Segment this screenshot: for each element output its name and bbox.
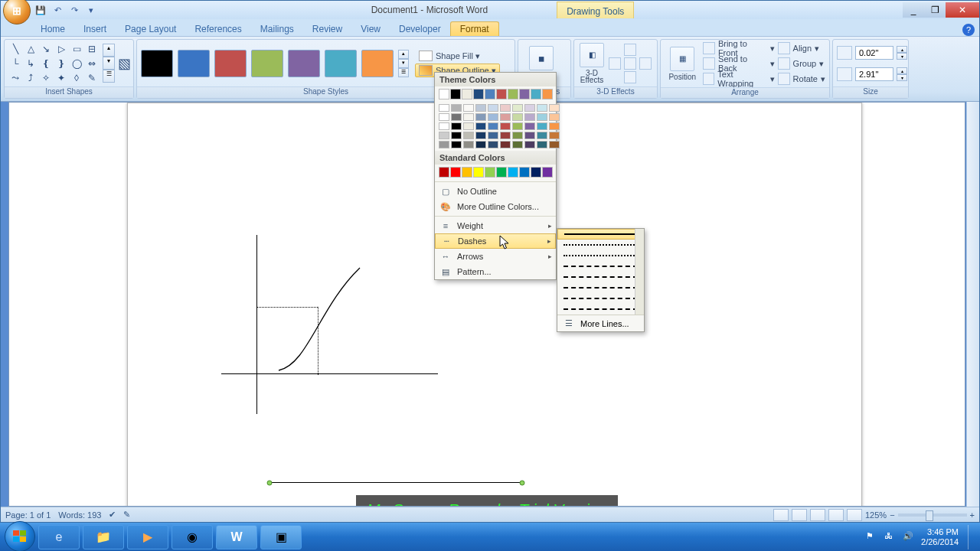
theme-shade-swatch[interactable] — [549, 141, 560, 148]
standard-color-swatch[interactable] — [450, 167, 461, 178]
theme-shade-swatch[interactable] — [451, 122, 462, 130]
styles-more-icon[interactable]: ☰ — [398, 68, 409, 77]
zoom-out-icon[interactable]: − — [890, 510, 894, 520]
shape-line-icon[interactable]: ╲ — [8, 42, 22, 55]
width-value[interactable]: 2.91" — [855, 67, 893, 81]
status-words[interactable]: Words: 193 — [58, 510, 101, 520]
styles-scroll-up-icon[interactable]: ▴ — [398, 50, 409, 59]
weight-item[interactable]: ≡Weight▸ — [435, 218, 556, 233]
zoom-slider[interactable] — [898, 514, 967, 517]
theme-shade-swatch[interactable] — [524, 132, 535, 139]
selection-handle-end[interactable] — [520, 481, 525, 486]
theme-shade-swatch[interactable] — [512, 132, 523, 139]
dash-square-dot[interactable] — [557, 250, 644, 261]
tab-home[interactable]: Home — [31, 22, 74, 36]
dashes-item[interactable]: ┄Dashes▸ — [435, 233, 556, 249]
theme-shade-swatch[interactable] — [500, 122, 511, 130]
shape-elbowarrow-icon[interactable]: ↳ — [24, 57, 38, 70]
h-spin-up[interactable]: ▴ — [897, 46, 907, 53]
more-outline-colors-item[interactable]: 🎨More Outline Colors... — [435, 199, 556, 214]
tilt-up-icon[interactable] — [624, 44, 636, 56]
theme-shade-swatch[interactable] — [451, 141, 462, 148]
theme-shade-swatch[interactable] — [488, 104, 498, 112]
tray-flag-icon[interactable]: ⚑ — [866, 531, 878, 543]
theme-shade-swatch[interactable] — [463, 122, 474, 130]
theme-shade-swatch[interactable] — [488, 113, 498, 121]
theme-shade-swatch[interactable] — [439, 122, 449, 130]
shapes-scroll-up-icon[interactable]: ▴ — [103, 44, 115, 57]
quick-style-3[interactable] — [214, 50, 247, 77]
shape-curve1-icon[interactable]: ⤳ — [8, 71, 22, 84]
theme-shade-swatch[interactable] — [488, 122, 498, 130]
shape-gallery[interactable]: ╲ △ ↘ ▷ ▭ ⊟ └ ↳ ❴ ❵ ◯ ⇔ ⤳ ⤴ ✧ ✦ ◊ — [8, 42, 99, 84]
theme-shade-swatch[interactable] — [537, 104, 547, 112]
tilt-right-icon[interactable] — [639, 57, 652, 70]
shape-star2-icon[interactable]: ✦ — [54, 71, 68, 84]
taskbar-word[interactable]: W — [216, 525, 257, 549]
taskbar-mediaplayer[interactable]: ▶ — [127, 525, 168, 549]
theme-shade-swatch[interactable] — [500, 104, 511, 112]
theme-shade-swatch[interactable] — [512, 122, 523, 130]
standard-color-swatch[interactable] — [473, 167, 484, 178]
theme-shade-swatch[interactable] — [463, 132, 474, 139]
theme-shade-swatch[interactable] — [524, 122, 535, 130]
position-button[interactable]: ▦ Position — [665, 47, 700, 81]
taskbar-chrome[interactable]: ◉ — [172, 525, 213, 549]
standard-color-swatch[interactable] — [496, 167, 507, 178]
theme-shade-swatch[interactable] — [500, 141, 511, 148]
drawn-vertical-axis[interactable] — [256, 235, 257, 414]
theme-shade-swatch[interactable] — [500, 132, 511, 139]
theme-color-swatch[interactable] — [450, 89, 461, 99]
standard-color-swatch[interactable] — [531, 167, 541, 178]
dash-round-dot[interactable] — [557, 240, 644, 250]
rotate-button[interactable]: Rotate▾ — [778, 72, 825, 86]
tab-page-layout[interactable]: Page Layout — [116, 22, 185, 36]
tilt-left-icon[interactable] — [609, 57, 621, 70]
group-button[interactable]: Group▾ — [778, 57, 825, 70]
more-lines-item[interactable]: ☰ More Lines... — [557, 315, 644, 331]
vertical-scrollbar[interactable] — [966, 102, 979, 507]
theme-color-swatch[interactable] — [508, 89, 518, 99]
w-spin-up[interactable]: ▴ — [897, 67, 907, 74]
taskbar-ie[interactable]: e — [38, 525, 80, 549]
view-print-layout-icon[interactable] — [773, 509, 789, 521]
quick-style-5[interactable] — [288, 50, 320, 77]
shape-triangle-icon[interactable]: △ — [24, 42, 38, 55]
theme-shade-swatch[interactable] — [439, 132, 449, 139]
tilt-center-icon[interactable] — [624, 57, 636, 70]
theme-color-swatch[interactable] — [496, 89, 507, 99]
quick-styles-gallery[interactable] — [141, 50, 394, 77]
taskbar-explorer[interactable]: 📁 — [83, 525, 124, 549]
zoom-percent[interactable]: 125% — [865, 510, 887, 520]
view-full-screen-icon[interactable] — [792, 509, 807, 521]
shape-bracer-icon[interactable]: ❵ — [54, 57, 68, 70]
theme-shade-swatch[interactable] — [439, 113, 449, 121]
theme-shade-swatch[interactable] — [439, 141, 449, 148]
standard-color-swatch[interactable] — [439, 167, 449, 178]
shape-callout-icon[interactable]: ◊ — [70, 71, 83, 84]
theme-color-swatch[interactable] — [473, 89, 484, 99]
shape-textbox-icon[interactable]: ⊟ — [85, 42, 99, 55]
theme-shade-swatch[interactable] — [488, 141, 498, 148]
start-button[interactable] — [5, 521, 35, 552]
theme-shade-swatch[interactable] — [463, 113, 474, 121]
shape-brace-icon[interactable]: ❴ — [39, 57, 53, 70]
shape-elbow-icon[interactable]: └ — [8, 57, 22, 70]
shapes-more-icon[interactable]: ☰ — [103, 70, 115, 83]
bring-to-front-button[interactable]: Bring to Front▾ — [703, 41, 774, 55]
maximize-button[interactable]: ❐ — [924, 2, 946, 18]
w-spin-down[interactable]: ▾ — [897, 74, 907, 81]
theme-shade-swatch[interactable] — [512, 113, 523, 121]
h-spin-down[interactable]: ▾ — [897, 53, 907, 60]
shape-star-icon[interactable]: ✧ — [39, 71, 53, 84]
theme-color-swatch[interactable] — [485, 89, 495, 99]
shape-oval-icon[interactable]: ◯ — [70, 57, 83, 70]
close-button[interactable]: ✕ — [946, 2, 979, 18]
theme-shade-swatch[interactable] — [549, 113, 560, 121]
tab-review[interactable]: Review — [303, 22, 351, 36]
tilt-down-icon[interactable] — [624, 71, 636, 83]
shape-rect-icon[interactable]: ▭ — [70, 42, 83, 55]
view-web-icon[interactable] — [810, 509, 825, 521]
dash-dash[interactable] — [557, 261, 644, 272]
theme-shade-swatch[interactable] — [475, 104, 486, 112]
